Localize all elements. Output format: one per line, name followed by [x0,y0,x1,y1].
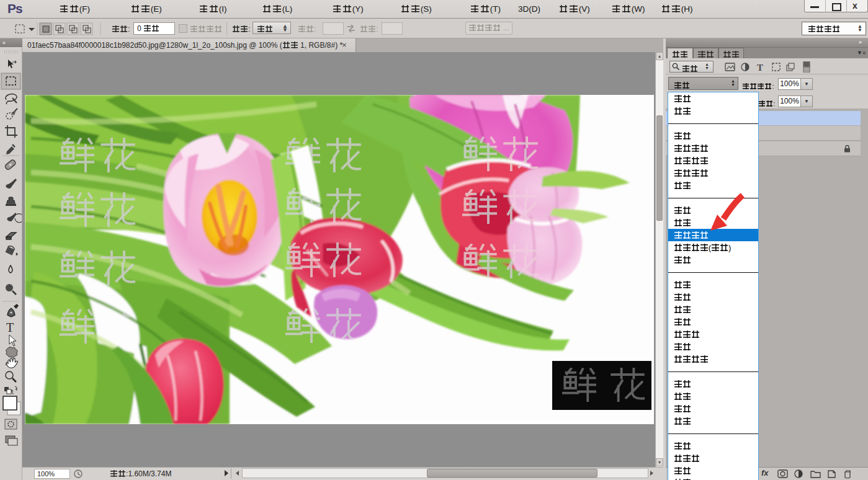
svg-text:T: T [6,321,14,334]
svg-text:T: T [757,63,763,73]
